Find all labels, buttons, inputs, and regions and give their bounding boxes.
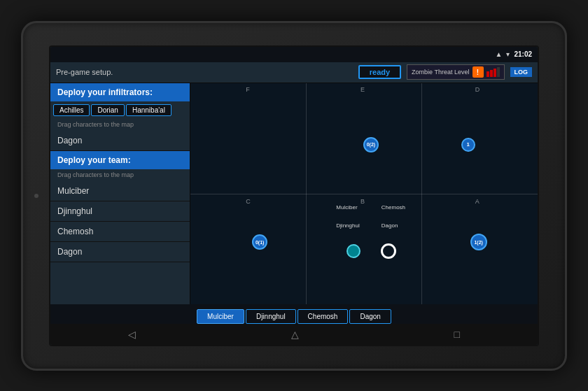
- map-area: F E D C B A 0(2) 1: [190, 83, 538, 304]
- team-header: Deploy your team:: [50, 151, 190, 169]
- zombie-threat-label: Zombie Threat Level: [412, 69, 469, 76]
- tab-mulciber[interactable]: Mulciber: [197, 309, 244, 324]
- nav-bar: ◁ △ □: [50, 324, 538, 345]
- tab-djinnghul[interactable]: Djinnghul: [246, 309, 296, 324]
- map-token-0-1[interactable]: 0(1): [252, 234, 267, 250]
- wifi-icon: ▾: [506, 50, 510, 58]
- tab-achilles[interactable]: Achilles: [53, 104, 90, 116]
- list-item[interactable]: Chemosh: [50, 222, 190, 242]
- tablet-device: ▲ ▾ 21:02 Pre-game setup. ready Zombie T…: [21, 21, 567, 371]
- tablet-screen: ▲ ▾ 21:02 Pre-game setup. ready Zombie T…: [49, 45, 539, 346]
- grid-label-a: A: [475, 198, 479, 205]
- threat-bar-4: [497, 67, 500, 77]
- pre-game-label: Pre-game setup.: [56, 68, 353, 76]
- list-item[interactable]: Djinnghul: [50, 201, 190, 222]
- team-hint: Drag characters to the map: [50, 169, 190, 181]
- map-label-dagon: Dagon: [382, 222, 398, 229]
- signal-icon: ▲: [496, 50, 503, 58]
- grid-label-f: F: [246, 86, 250, 93]
- map-label-djinnghul: Djinnghul: [336, 222, 359, 229]
- tab-hannibaal[interactable]: Hanniba'al: [126, 104, 172, 116]
- recent-button[interactable]: □: [454, 329, 460, 340]
- grid-label-b: B: [360, 198, 365, 205]
- main-content: Deploy your infiltrators: Achilles Doria…: [50, 83, 538, 304]
- status-time: 21:02: [514, 50, 532, 58]
- status-bar: ▲ ▾ 21:02: [50, 47, 538, 62]
- list-item[interactable]: Mulciber: [50, 181, 190, 201]
- top-bar: Pre-game setup. ready Zombie Threat Leve…: [50, 62, 538, 83]
- tab-chemosh[interactable]: Chemosh: [298, 309, 349, 324]
- infiltrator-tabs: Achilles Dorian Hanniba'al: [50, 101, 190, 119]
- map-token-dagon[interactable]: [381, 243, 396, 259]
- grid-label-c: C: [246, 198, 251, 205]
- map-token-1-2[interactable]: 1(2): [470, 234, 487, 250]
- warning-icon: !: [472, 66, 484, 78]
- grid-lines: [190, 83, 538, 304]
- tab-dorian[interactable]: Dorian: [91, 104, 124, 116]
- tab-dagon[interactable]: Dagon: [349, 309, 391, 324]
- infiltrators-header: Deploy your infiltrators:: [50, 83, 190, 101]
- threat-bars: [486, 67, 500, 77]
- grid-label-d: D: [475, 86, 480, 93]
- infiltrators-hint: Drag characters to the map: [50, 119, 190, 131]
- map-label-mulciber: Mulciber: [336, 204, 357, 211]
- map-token-0-2[interactable]: 0(2): [363, 137, 379, 152]
- map-token-djinnghul[interactable]: [346, 244, 360, 258]
- threat-bar-1: [486, 71, 489, 77]
- back-button[interactable]: ◁: [128, 329, 136, 340]
- zombie-threat-panel: Zombie Threat Level !: [407, 64, 504, 80]
- list-item[interactable]: Dagon: [50, 131, 190, 151]
- ready-button[interactable]: ready: [358, 65, 401, 79]
- threat-bar-2: [490, 70, 493, 77]
- camera-dot: [34, 194, 38, 198]
- map-grid: F E D C B A 0(2) 1: [190, 83, 538, 304]
- grid-label-e: E: [360, 86, 365, 93]
- list-item[interactable]: Dagon: [50, 242, 190, 262]
- threat-bar-3: [493, 69, 496, 77]
- map-label-chemosh: Chemosh: [382, 204, 405, 211]
- map-token-1[interactable]: 1: [461, 138, 475, 152]
- left-panel: Deploy your infiltrators: Achilles Doria…: [50, 83, 190, 304]
- home-button[interactable]: △: [291, 329, 299, 340]
- log-button[interactable]: LOG: [510, 67, 533, 77]
